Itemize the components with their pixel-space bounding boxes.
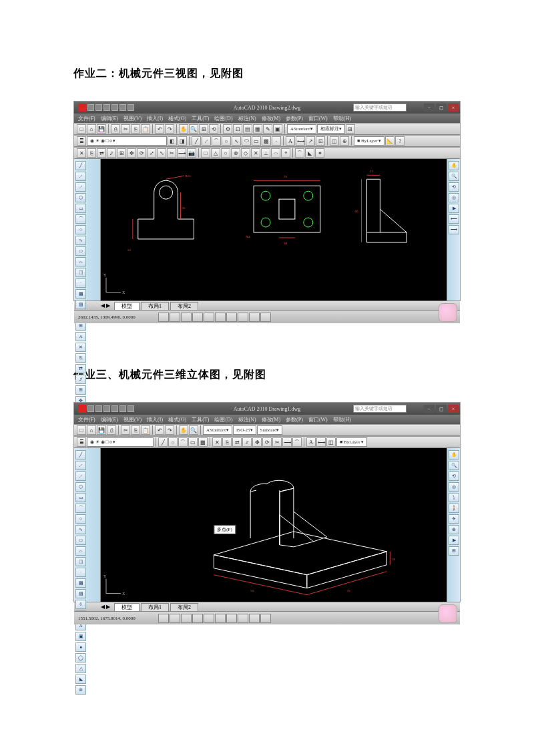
tb-explode-icon[interactable]: ✦ — [315, 148, 324, 158]
tool-arc-icon[interactable]: ⌒ — [75, 504, 86, 513]
status-snap-button[interactable] — [158, 614, 169, 623]
menu-window[interactable]: 窗口(W) — [308, 115, 328, 122]
tb-sheetset-icon[interactable]: ▦ — [253, 124, 262, 134]
tool-cone-icon[interactable]: △ — [75, 664, 86, 673]
tb-move-icon[interactable]: ✥ — [127, 148, 136, 158]
maximize-button[interactable]: ◻ — [436, 104, 447, 112]
tb-new-icon[interactable]: □ — [77, 425, 86, 435]
tool-mirror-icon[interactable]: ⇄ — [75, 364, 86, 373]
tb-zoom-window-icon[interactable]: ⊞ — [199, 124, 208, 134]
close-button[interactable]: × — [448, 104, 459, 112]
tb-extend-icon[interactable]: ⟶ — [177, 148, 186, 158]
tb-fillet-icon[interactable]: ⌒ — [295, 148, 304, 158]
status-dyn-button[interactable] — [238, 614, 248, 623]
status-otrack-button[interactable] — [215, 313, 226, 322]
tool-torus-icon[interactable]: ⊚ — [75, 685, 86, 695]
tb-zoom-icon[interactable]: 🔍 — [189, 124, 198, 134]
tb-paste-icon[interactable]: 📋 — [141, 425, 150, 435]
tb-camera-icon[interactable]: 📷 — [187, 148, 196, 158]
status-polar-button[interactable] — [192, 313, 203, 322]
tool-box-icon[interactable]: ▣ — [75, 632, 86, 641]
tool-pline-icon[interactable]: ⟋ — [75, 182, 86, 192]
nav-3dorbit-icon[interactable]: ◎ — [449, 482, 459, 492]
maximize-button[interactable]: ◻ — [436, 405, 447, 413]
nav-motion-icon[interactable]: ▶ — [449, 536, 459, 545]
qat-open-icon[interactable] — [95, 405, 102, 412]
tool-spline-icon[interactable]: ∿ — [75, 525, 86, 534]
nav-orbit-icon[interactable]: ⟲ — [449, 182, 459, 192]
tb-properties-icon[interactable]: ⚙ — [223, 124, 232, 134]
tb-copy2-icon[interactable]: ⎘ — [87, 148, 96, 158]
tb-text-style-dropdown[interactable]: A Standard ▾ — [287, 124, 316, 134]
menu-edit[interactable]: 编辑(E) — [101, 115, 118, 122]
tb-cut-icon[interactable]: ✂ — [121, 425, 130, 435]
status-dyn-button[interactable] — [238, 313, 248, 322]
tool-array-icon[interactable]: ⊞ — [75, 385, 86, 395]
nav-fwd-icon[interactable]: ⟶ — [449, 225, 459, 234]
tool-circle-icon[interactable]: ○ — [75, 514, 86, 524]
tool-ellipse-icon[interactable]: ⬭ — [75, 246, 86, 256]
tb-osnap-cen-icon[interactable]: ○ — [221, 148, 230, 158]
tool-pline-icon[interactable]: ⟋ — [75, 471, 86, 481]
tool-sphere-icon[interactable]: ● — [75, 642, 86, 652]
tb-designcenter-icon[interactable]: ⊡ — [233, 124, 242, 134]
status-polar-button[interactable] — [192, 614, 203, 623]
qat-print-icon[interactable] — [127, 104, 134, 111]
qat-print-icon[interactable] — [127, 405, 134, 412]
nav-fly-icon[interactable]: ✈ — [449, 514, 459, 524]
status-ortho-button[interactable] — [181, 614, 192, 623]
menu-file[interactable]: 文件(F) — [78, 115, 95, 122]
tb-print-icon[interactable]: ⎙ — [111, 124, 120, 134]
status-ortho-button[interactable] — [181, 313, 192, 322]
tool-region-icon[interactable]: ◊ — [75, 600, 86, 609]
nav-showmotion-icon[interactable]: ▶ — [449, 204, 459, 213]
tb-mirror-icon[interactable]: ⇄ — [232, 437, 242, 447]
tb-layer-dropdown[interactable]: ◉ ☀ ◉ □ 0 ▾ — [87, 136, 167, 146]
tb-mirror-icon[interactable]: ⇄ — [97, 148, 106, 158]
tb-layer-dropdown[interactable]: ◉ ☀ ◉ □ 0 ▾ — [87, 437, 154, 447]
tb-osnap-mid-icon[interactable]: △ — [211, 148, 220, 158]
tb-insert-icon[interactable]: ⊕ — [340, 136, 349, 146]
tb-calc-icon[interactable]: ▣ — [273, 124, 282, 134]
tb-markup-icon[interactable]: ✎ — [263, 124, 272, 134]
menu-help[interactable]: 帮助(H) — [333, 115, 351, 122]
nav-steer-icon[interactable]: ⊕ — [449, 525, 459, 534]
search-input-2[interactable]: 输入关键字或短语 — [353, 405, 407, 413]
nav-pan-icon[interactable]: ✋ — [449, 450, 459, 459]
menu-insert[interactable]: 插入(I) — [147, 115, 163, 122]
tb-ellipse-icon[interactable]: ⬭ — [242, 136, 251, 146]
tb-erase-icon[interactable]: ✕ — [212, 437, 222, 447]
tb-trim-icon[interactable]: ✂ — [272, 437, 282, 447]
tb-copy2-icon[interactable]: ⎘ — [222, 437, 232, 447]
nav-orbit-icon[interactable]: ⟲ — [449, 471, 459, 481]
tb-layer-match-icon[interactable]: ◨ — [178, 136, 187, 146]
menu-modify[interactable]: 修改(M) — [262, 416, 280, 423]
tool-spline-icon[interactable]: ∿ — [75, 236, 86, 245]
status-qp-button[interactable] — [260, 313, 271, 322]
qat-new-icon[interactable] — [87, 405, 94, 412]
nav-zoom-icon[interactable]: 🔍 — [449, 172, 459, 181]
status-otrack-button[interactable] — [215, 614, 226, 623]
qat-redo-icon[interactable] — [119, 104, 126, 111]
qat-undo-icon[interactable] — [111, 405, 118, 412]
tb-redo-icon[interactable]: ↷ — [165, 425, 174, 435]
tool-point-icon[interactable]: · — [75, 278, 86, 288]
tb-copy-icon[interactable]: ⎘ — [131, 425, 140, 435]
tb-circle-icon[interactable]: ○ — [168, 437, 178, 447]
nav-vp-icon[interactable]: ⊞ — [449, 546, 459, 556]
tb-block-icon[interactable]: ◫ — [330, 136, 339, 146]
tool-wedge-icon[interactable]: ◣ — [75, 675, 86, 684]
tb-extend-icon[interactable]: ⟶ — [282, 437, 292, 447]
tb-dim-style-dropdown[interactable]: 相应标注 ▾ — [317, 124, 345, 134]
tb-spline-icon[interactable]: ∿ — [232, 136, 241, 146]
status-snap-button[interactable] — [158, 313, 169, 322]
menu-tools[interactable]: 工具(T) — [192, 416, 209, 423]
tool-xline-icon[interactable]: ⟋ — [75, 461, 86, 470]
tb-pan-icon[interactable]: ✋ — [179, 124, 188, 134]
tool-hatch-icon[interactable]: ▩ — [75, 578, 86, 588]
tool-grad-icon[interactable]: ▨ — [75, 589, 86, 598]
menu-dimension[interactable]: 标注(N) — [238, 115, 256, 122]
tool-block-icon[interactable]: ◫ — [75, 557, 86, 566]
tb-copy-icon[interactable]: ⎘ — [131, 124, 140, 134]
tb-block-icon[interactable]: ◫ — [326, 437, 336, 447]
